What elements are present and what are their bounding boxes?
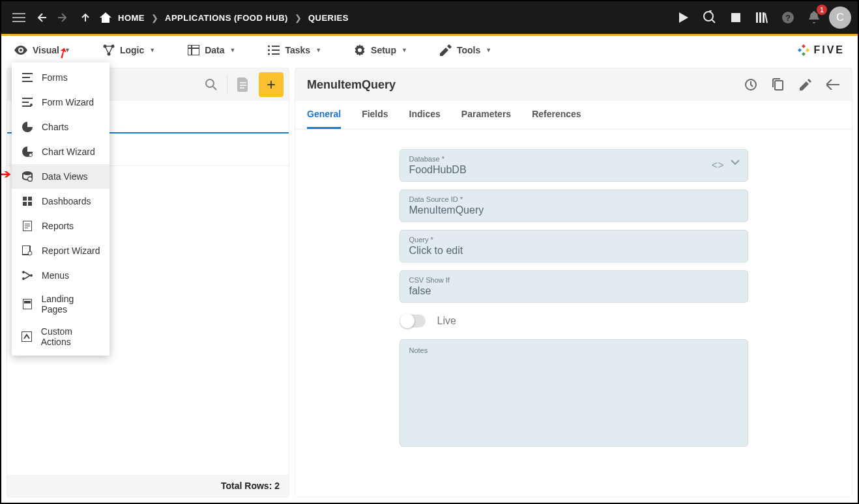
report-wizard-icon — [21, 244, 34, 257]
dropdown-item-dashboards[interactable]: Dashboards — [12, 189, 109, 214]
breadcrumb-home[interactable]: HOME — [118, 13, 145, 23]
up-icon[interactable] — [74, 7, 96, 29]
tabs: General Fields Indices Parameters Refere… — [295, 101, 852, 130]
svg-point-13 — [29, 154, 33, 157]
query-field[interactable]: Query * Click to edit — [400, 230, 748, 262]
copy-icon[interactable] — [766, 72, 791, 97]
menu-tools[interactable]: Tools▼ — [440, 44, 491, 56]
chevron-down-icon[interactable] — [731, 160, 740, 171]
menu-logic[interactable]: Logic▼ — [103, 44, 155, 56]
dropdown-label: Menus — [42, 270, 69, 281]
search-icon[interactable] — [199, 73, 223, 96]
field-label: CSV Show If — [409, 276, 738, 284]
tab-references[interactable]: References — [532, 101, 581, 129]
dropdown-item-forms[interactable]: Forms — [12, 65, 109, 90]
notifications-icon[interactable]: 1 — [803, 7, 825, 29]
edit-icon[interactable] — [793, 72, 818, 97]
notes-field[interactable]: Notes — [400, 339, 748, 447]
field-value: Click to edit — [409, 245, 738, 257]
tab-parameters[interactable]: Parameters — [461, 101, 511, 129]
home-icon — [100, 12, 111, 23]
forms-icon — [21, 71, 34, 84]
data-source-id-field[interactable]: Data Source ID * MenuItemQuery — [400, 189, 748, 222]
dropdown-label: Landing Pages — [41, 294, 100, 315]
tab-general[interactable]: General — [307, 101, 341, 129]
total-rows-label: Total Rows: — [221, 481, 272, 491]
help-icon[interactable]: ? — [777, 7, 799, 29]
menu-strip: Visual▼ Logic▼ Data▼ Tasks▼ Setup▼ Tools… — [1, 36, 858, 64]
menu-data-label: Data — [205, 45, 224, 55]
dropdown-label: Custom Actions — [41, 326, 100, 347]
menu-visual[interactable]: Visual▼ — [14, 45, 70, 55]
svg-point-12 — [30, 104, 33, 106]
svg-point-6 — [111, 45, 114, 48]
menu-visual-label: Visual — [33, 45, 59, 55]
brand-logo: FIVE — [798, 44, 845, 56]
tab-indices[interactable]: Indices — [409, 101, 441, 129]
csv-show-if-field[interactable]: CSV Show If false — [400, 270, 748, 303]
svg-point-10 — [268, 49, 270, 51]
chart-wizard-icon — [21, 145, 34, 158]
svg-point-24 — [22, 277, 25, 280]
code-icon[interactable]: <> — [712, 160, 724, 171]
inspect-icon[interactable] — [699, 7, 721, 29]
topbar: HOME ❯ APPLICATIONS (FOOD HUB) ❯ QUERIES… — [1, 1, 858, 34]
data-views-icon — [21, 170, 34, 183]
landing-pages-icon — [21, 298, 33, 311]
dropdown-item-data-views[interactable]: Data Views — [12, 164, 109, 189]
svg-point-11 — [268, 53, 270, 55]
hamburger-icon[interactable] — [8, 7, 30, 29]
field-label: Query * — [409, 236, 738, 244]
brand-text: FIVE — [813, 44, 845, 56]
svg-rect-19 — [28, 202, 32, 206]
breadcrumb-apps[interactable]: APPLICATIONS (FOOD HUB) — [165, 13, 288, 23]
custom-actions-icon — [21, 330, 33, 343]
document-icon[interactable] — [231, 73, 255, 96]
back-arrow-icon[interactable] — [821, 72, 845, 97]
total-rows-value: 2 — [274, 481, 280, 491]
dropdown-item-form-wizard[interactable]: Form Wizard — [12, 90, 109, 115]
field-value: false — [409, 285, 738, 297]
back-icon[interactable] — [30, 7, 52, 29]
list-footer: Total Rows: 2 — [7, 475, 289, 497]
field-label: Database * — [409, 155, 738, 163]
menu-tools-label: Tools — [457, 45, 480, 55]
dropdown-item-reports[interactable]: Reports — [12, 214, 109, 238]
forward-icon[interactable] — [52, 7, 74, 29]
library-icon[interactable] — [751, 7, 773, 29]
menu-data[interactable]: Data▼ — [188, 45, 235, 55]
menu-tasks[interactable]: Tasks▼ — [268, 45, 321, 55]
tab-fields[interactable]: Fields — [362, 101, 388, 129]
svg-rect-28 — [22, 331, 32, 342]
svg-rect-26 — [23, 299, 32, 309]
menu-setup-label: Setup — [371, 45, 396, 55]
history-icon[interactable] — [738, 72, 763, 97]
svg-point-9 — [268, 46, 270, 48]
live-toggle[interactable] — [401, 315, 426, 328]
dashboards-icon — [21, 195, 34, 208]
svg-rect-1 — [731, 13, 740, 22]
dropdown-label: Charts — [42, 122, 68, 132]
dropdown-item-menus[interactable]: Menus — [12, 263, 109, 288]
dropdown-item-landing-pages[interactable]: Landing Pages — [12, 288, 109, 320]
play-icon[interactable] — [673, 7, 695, 29]
dropdown-label: Form Wizard — [42, 97, 94, 107]
avatar[interactable]: C — [829, 7, 851, 29]
dropdown-label: Dashboards — [42, 196, 91, 206]
breadcrumb-queries[interactable]: QUERIES — [308, 13, 349, 23]
svg-point-29 — [206, 79, 214, 87]
svg-point-23 — [22, 271, 25, 273]
chevron-right-icon: ❯ — [151, 13, 158, 23]
database-field[interactable]: Database * FoodHubDB <> — [400, 149, 748, 182]
svg-point-0 — [704, 12, 713, 21]
menu-setup[interactable]: Setup▼ — [354, 44, 407, 56]
live-label: Live — [437, 315, 456, 327]
dropdown-item-report-wizard[interactable]: Report Wizard — [12, 238, 109, 263]
dropdown-item-charts[interactable]: Charts — [12, 115, 109, 139]
dropdown-item-chart-wizard[interactable]: Chart Wizard — [12, 139, 109, 164]
stop-icon[interactable] — [725, 7, 747, 29]
dropdown-label: Forms — [42, 72, 68, 83]
form-wizard-icon — [21, 96, 34, 109]
add-button[interactable]: + — [259, 72, 284, 97]
dropdown-item-custom-actions[interactable]: Custom Actions — [12, 320, 109, 353]
